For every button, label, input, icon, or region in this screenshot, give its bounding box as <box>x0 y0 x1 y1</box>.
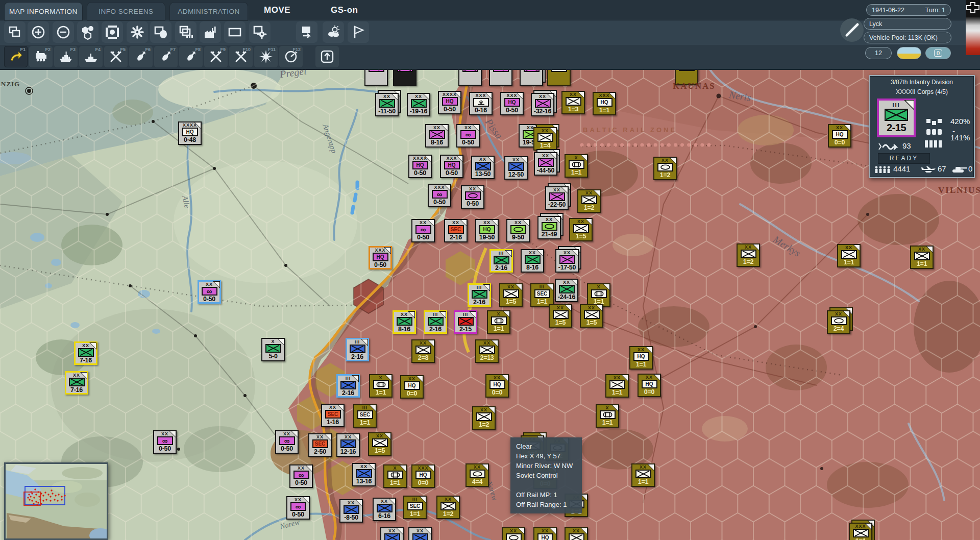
unit-counter[interactable]: XX 1=4 <box>533 127 557 151</box>
unit-counter[interactable]: III 2-16 <box>336 374 360 398</box>
mode-f7-bomb-button[interactable]: F7 <box>154 46 178 67</box>
unit-counter[interactable]: XX HQ 0=0 <box>828 124 851 148</box>
unit-counter[interactable]: XX 13-50 <box>471 156 495 179</box>
unit-counter[interactable]: XX 4=4 <box>465 463 489 487</box>
unit-counter[interactable]: XXX HQ 0-50 <box>440 155 463 178</box>
unit-counter[interactable]: XX 7-16 <box>65 371 88 395</box>
windows-button[interactable] <box>4 21 26 43</box>
tab-info-screens[interactable]: INFO SCREENS <box>87 2 165 21</box>
unit-counter[interactable]: XX 2=13 <box>475 339 499 363</box>
unit-counter[interactable]: XX 6-16 <box>373 498 396 521</box>
stack-bars-button[interactable] <box>175 21 197 43</box>
unit-counter[interactable]: XX 8-16 <box>521 249 544 273</box>
mode-f11-explosion-button[interactable]: F11 <box>254 46 278 67</box>
unit-counter[interactable]: XX 1=1 <box>502 527 525 540</box>
unit-counter[interactable]: XXX HQ 0-50 <box>369 246 392 269</box>
unit-counter[interactable]: XXX ∞ 0-50 <box>428 184 451 207</box>
unit-counter[interactable]: XX -44-50 <box>534 152 557 176</box>
air-doctrine-button[interactable]: 0 <box>925 47 951 59</box>
unit-counter[interactable]: XXX HQ 0-50 <box>500 92 524 115</box>
weather-button[interactable] <box>323 21 344 43</box>
unit-counter[interactable]: XX HQ 0=0 <box>533 527 557 540</box>
unit-counter[interactable]: XX -32-16 <box>531 93 554 116</box>
mode-f12-clock-button[interactable]: F12 <box>279 46 303 67</box>
unit-counter[interactable]: XX SEC 2-50 <box>308 433 332 457</box>
unit-counter[interactable]: XX 1=5 <box>549 304 572 328</box>
unit-counter[interactable]: XX ∞ 0-50 <box>198 280 221 304</box>
unit-counter[interactable]: X 5-0 <box>261 338 285 361</box>
menu-move[interactable]: MOVE <box>264 0 290 20</box>
unit-counter[interactable]: III 2-16 <box>489 249 513 273</box>
menu-gs-toggle[interactable]: GS-on <box>331 0 358 20</box>
unit-counter[interactable]: XX ∞ 0-50 <box>286 496 310 520</box>
unit-counter[interactable]: XX -19-16 <box>407 93 430 116</box>
unit-counter[interactable]: XX 8-16 <box>425 124 449 148</box>
unit-counter[interactable]: XX 2=8 <box>411 339 435 363</box>
factory-button[interactable] <box>200 21 221 43</box>
mode-f8-bomb-button[interactable]: F8 <box>179 46 203 67</box>
hex-map[interactable]: NZIGPregelAngerappAllePissaKAUNASNerisBA… <box>0 69 980 540</box>
unit-counter[interactable]: XX HQ 0=0 <box>638 374 661 397</box>
mode-f5-air-swords-button[interactable]: F5 <box>104 46 128 67</box>
unit-counter[interactable]: III 2-15 <box>454 310 477 334</box>
unit-counter[interactable]: XXX HQ 0=0 <box>411 464 435 488</box>
unit-counter[interactable]: XX ∞ 0-50 <box>275 430 299 454</box>
unit-counter[interactable]: XX 1=5 <box>569 218 593 241</box>
unit-counter[interactable]: XX 21-49 <box>537 216 561 239</box>
unit-counter[interactable]: XX 2=4 <box>827 310 850 334</box>
mode-f3-warship-button[interactable]: F3 <box>54 46 78 67</box>
unit-counter[interactable]: XX 1=2 <box>436 496 460 519</box>
unit-counter[interactable]: HQ <box>364 69 388 86</box>
zoom-in-button[interactable] <box>28 21 49 43</box>
unit-counter[interactable]: XX SEC 2-16 <box>444 219 468 242</box>
weather-button[interactable] <box>897 47 921 59</box>
gear-button[interactable] <box>127 21 148 43</box>
unit-counter[interactable]: XX HQ 1=1 <box>629 346 653 370</box>
unit-counter[interactable]: III SEC 1=1 <box>530 283 554 307</box>
unit-counter[interactable]: HQ <box>489 69 512 86</box>
unit-counter[interactable]: XX ∞ 0-50 <box>153 430 177 454</box>
unit-counter[interactable]: III 2-16 <box>468 283 491 307</box>
unit-counter[interactable]: XX 1=1 <box>605 374 629 398</box>
unit-counter[interactable]: XX ∞ 0-50 <box>456 124 480 148</box>
unit-counter[interactable]: XX -22-50 <box>545 186 569 210</box>
hex-circle-button[interactable] <box>150 21 172 43</box>
unit-counter[interactable]: XXXX HQ 0-50 <box>438 91 461 114</box>
unit-counter[interactable]: XXX 0-16 <box>469 92 493 115</box>
unit-counter[interactable]: X 1=1 <box>587 283 610 307</box>
unit-counter[interactable]: XXXX HQ 0-50 <box>408 155 432 178</box>
unit-counter[interactable]: XX 9-50 <box>506 219 530 242</box>
unit-counter[interactable]: XX 1=2 <box>653 157 677 180</box>
unit-counter[interactable]: XX 1=2 <box>577 189 601 213</box>
unit-counter[interactable] <box>393 69 416 86</box>
unit-counter[interactable]: XX -11-50 <box>375 93 399 116</box>
mode-f10-air-swords-button[interactable]: F10 <box>229 46 253 67</box>
unit-counter[interactable] <box>675 69 698 85</box>
unit-counter[interactable]: XX SEC 1-16 <box>321 404 345 427</box>
unit-counter[interactable]: XX 1=5 <box>368 432 391 456</box>
unit-counter[interactable]: III SEC 1=1 <box>403 496 427 519</box>
flag-button[interactable] <box>348 21 369 43</box>
unit-counter[interactable]: XX HQ 0=0 <box>400 375 424 399</box>
unit-counter[interactable]: XX 1=5 <box>499 283 523 307</box>
unit-counter[interactable]: X 1=1 <box>487 310 510 334</box>
mode-f1-move-arrow-button[interactable]: F1 <box>4 46 28 67</box>
rectangle-button[interactable] <box>224 21 246 43</box>
unit-counter[interactable]: X 1=1 <box>369 374 393 398</box>
unit-counter[interactable]: XX -8-50 <box>339 499 363 523</box>
unit-counter[interactable]: XXXX HQ 0-48 <box>178 121 202 145</box>
unit-counter[interactable]: XX 1=1 <box>837 244 861 267</box>
unit-counter[interactable]: X 1=1 <box>383 464 407 488</box>
jump-button[interactable] <box>296 21 317 43</box>
unit-counter[interactable]: XX HQ 19-50 <box>475 219 499 242</box>
unit-counter[interactable]: X 1=1 <box>596 404 619 428</box>
unit-counter[interactable]: XX -17-50 <box>555 249 579 273</box>
counter-gear-button[interactable] <box>249 21 271 43</box>
counter-ring-button[interactable] <box>102 21 123 43</box>
unit-counter[interactable]: III 2-16 <box>424 310 447 334</box>
unit-counter[interactable]: XX HQ 0=0 <box>485 374 509 398</box>
unit-counter[interactable]: XXX HQ 1=1 <box>593 92 616 115</box>
scroll-up-button[interactable] <box>315 46 339 67</box>
tab-map-information[interactable]: MAP INFORMATION <box>4 2 83 21</box>
unit-counter[interactable]: XX -24-16 <box>555 279 578 302</box>
